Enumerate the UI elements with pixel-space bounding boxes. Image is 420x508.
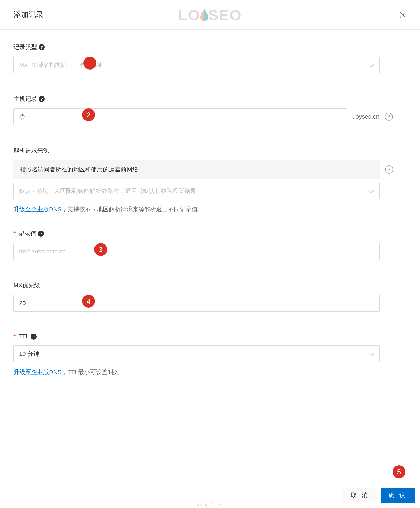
dialog-body: 记录类型 ? MX- 将域名指向邮 件服 务器地址 1 主机记录 ? @ .lo… (0, 30, 420, 376)
select-record-type[interactable]: MX- 将域名指向邮 件服 务器地址 (13, 57, 380, 73)
chevron-down-icon (368, 187, 374, 193)
dialog-title: 添加记录 (13, 10, 44, 20)
help-outline-icon[interactable]: ? (385, 165, 393, 174)
chevron-down-icon (368, 350, 374, 356)
help-icon[interactable]: ? (39, 44, 45, 50)
upgrade-link[interactable]: 升级至企业版DNS (13, 369, 61, 375)
label-ttl: * TTL ? (13, 333, 407, 340)
field-line: 解析请求来源 指域名访问者所在的地区和使用的运营商网络。 ? 默认 - 必填！未… (13, 147, 407, 213)
required-mark: * (13, 230, 16, 237)
label-host: 主机记录 ? (13, 95, 407, 103)
close-icon[interactable] (398, 11, 407, 19)
dialog-footer: 5 取 消 确 认 (0, 482, 420, 508)
field-host: 主机记录 ? @ .loyseo.cn ? 2 (13, 95, 407, 125)
help-icon[interactable]: ? (38, 231, 44, 237)
upgrade-link[interactable]: 升级至企业版DNS (13, 206, 61, 213)
input-priority[interactable]: 20 (13, 295, 380, 312)
input-value[interactable]: mx2.zoho.com.cn (13, 243, 380, 260)
required-mark: * (13, 333, 16, 340)
hint-ttl: 升级至企业版DNS，TTL最小可设置1秒。 (13, 368, 407, 376)
field-record-type: 记录类型 ? MX- 将域名指向邮 件服 务器地址 1 (13, 43, 407, 73)
select-line[interactable]: 默认 - 必填！未匹配到智能解析线路时，返回【默认】线路设置结果 (13, 183, 380, 199)
field-ttl: * TTL ? 10 分钟 升级至企业版DNS，TTL最小可设置1秒。 (13, 333, 407, 376)
select-record-type-text-left: MX- 将域名指向邮 (19, 61, 67, 69)
help-icon[interactable]: ? (39, 96, 45, 102)
help-outline-icon[interactable]: ? (385, 113, 393, 121)
label-line: 解析请求来源 (13, 147, 407, 155)
label-record-type: 记录类型 ? (13, 43, 407, 51)
select-ttl[interactable]: 10 分钟 (13, 345, 380, 362)
confirm-button[interactable]: 确 认 (381, 488, 415, 503)
hint-line: 升级至企业版DNS，支持按不同地区解析请求来源解析返回不同记录值。 (13, 205, 407, 213)
select-record-type-text-right: 务器地址 (79, 61, 103, 69)
note-line: 指域名访问者所在的地区和使用的运营商网络。 (13, 160, 380, 179)
chevron-down-icon (368, 61, 374, 67)
dialog-header: 添加记录 LO SEO (0, 0, 420, 30)
help-icon[interactable]: ? (31, 334, 37, 340)
label-value: * 记录值 ? (13, 230, 407, 238)
host-suffix: .loyseo.cn (353, 113, 379, 120)
field-priority: MX优先级 20 4 (13, 281, 407, 312)
watermark-logo: LO SEO (178, 6, 242, 23)
input-host[interactable]: @ (13, 108, 347, 125)
step-badge-5: 5 (393, 465, 405, 478)
label-priority: MX优先级 (13, 281, 407, 289)
cancel-button[interactable]: 取 消 (343, 488, 377, 503)
field-value: * 记录值 ? mx2.zoho.com.cn 3 (13, 230, 407, 260)
